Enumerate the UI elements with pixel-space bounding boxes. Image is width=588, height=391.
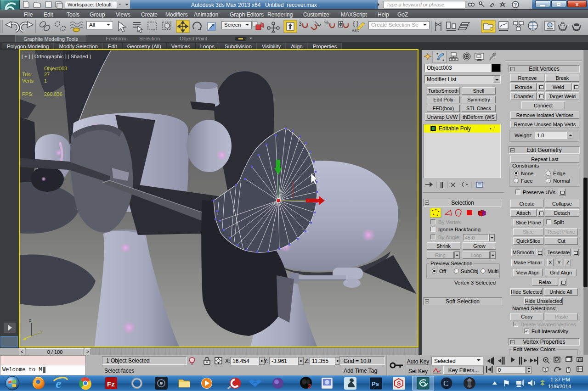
svg-text:?: ? xyxy=(514,2,517,7)
svg-text:3: 3 xyxy=(299,21,302,27)
svg-text:Fz: Fz xyxy=(107,380,115,388)
svg-text:y: y xyxy=(40,329,43,334)
svg-text:}: } xyxy=(356,20,359,27)
svg-text:S: S xyxy=(397,380,401,387)
svg-text:2: 2 xyxy=(308,383,311,390)
svg-text:z: z xyxy=(29,318,31,323)
svg-text:%: % xyxy=(324,20,329,25)
svg-text:Ps: Ps xyxy=(372,380,379,387)
svg-text:11/6/2014: 11/6/2014 xyxy=(548,384,571,389)
svg-text:ABC: ABC xyxy=(352,28,360,33)
svg-text:{: { xyxy=(353,20,355,27)
svg-text:1:37 PM: 1:37 PM xyxy=(550,377,570,382)
svg-text:0: 0 xyxy=(498,367,501,373)
svg-text:C: C xyxy=(443,379,448,388)
